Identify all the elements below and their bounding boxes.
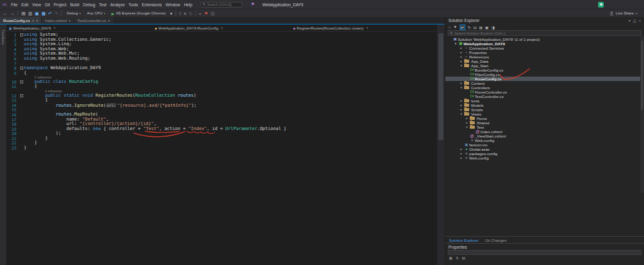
tree-item-scripts[interactable]: ▸Scripts	[445, 107, 644, 112]
code-line-10[interactable]: 10− public class RouteConfig	[6, 80, 437, 85]
line-number[interactable]: 20	[6, 131, 19, 136]
scrollbar-thumb[interactable]	[438, 33, 443, 140]
home-icon[interactable]: ⌂	[448, 25, 451, 29]
tree-item-homecontroller-cs[interactable]: C#HomeController.cs	[445, 90, 644, 94]
chevron-right-icon[interactable]: ▸	[459, 50, 464, 55]
code-line-19[interactable]: 19 defaults: new { controller = "Test", …	[6, 127, 437, 132]
tree-item-shared[interactable]: ▸Shared	[445, 121, 644, 125]
fold-margin[interactable]	[19, 51, 24, 57]
chevron-down-icon[interactable]: ▾	[465, 125, 469, 129]
editor-vertical-scrollbar[interactable]	[437, 24, 445, 265]
stop-icon[interactable]: ■	[184, 9, 186, 18]
collapse-region-icon[interactable]: −	[20, 33, 23, 36]
tree-item-packages-config[interactable]: ▸≡packages.config	[445, 151, 644, 156]
menu-window[interactable]: Window	[164, 3, 182, 7]
code-line-3[interactable]: 3using System.Linq;	[6, 42, 437, 47]
scrollbar-thumb[interactable]	[641, 41, 643, 110]
tree-item-routeconfig-cs[interactable]: C#RouteConfig.cs	[445, 77, 644, 81]
collapse-region-icon[interactable]: −	[20, 94, 23, 97]
keep-open-icon[interactable]: ⇗	[31, 19, 34, 23]
menu-build[interactable]: Build	[69, 3, 81, 7]
run-options-chevron-icon[interactable]: ▾	[170, 9, 172, 18]
tree-item-app-start[interactable]: ▾App_Start	[445, 63, 644, 68]
feedback-flag-icon[interactable]: ⚑	[204, 9, 208, 18]
toolbox-side-tab[interactable]: Toolbox	[0, 24, 6, 265]
fold-margin[interactable]	[19, 98, 24, 103]
property-pages-icon[interactable]: ▤	[462, 256, 465, 260]
fold-margin[interactable]	[19, 47, 24, 52]
tab-index-cshtml[interactable]: Index.cshtml×	[42, 17, 74, 24]
fold-margin[interactable]: −	[19, 94, 24, 99]
categorized-icon[interactable]: ▦	[449, 256, 452, 260]
code-line-13[interactable]: 13 {	[6, 98, 437, 103]
platform-dropdown[interactable]: Any CPU▾	[85, 11, 107, 15]
fold-margin[interactable]: −	[19, 66, 24, 71]
chevron-down-icon[interactable]: ▾	[459, 112, 464, 116]
save-all-icon[interactable]: ▦	[42, 9, 46, 18]
fold-margin[interactable]	[19, 62, 24, 67]
undo-icon[interactable]: ↶	[48, 9, 52, 18]
refresh-icon[interactable]: ↻	[468, 25, 471, 30]
fold-margin[interactable]	[19, 84, 24, 89]
fold-margin[interactable]	[19, 112, 24, 117]
menu-edit[interactable]: Edit	[19, 3, 30, 7]
tree-item-controllers[interactable]: ▾Controllers	[445, 85, 644, 90]
tree-item-testcontroller-cs[interactable]: C#TestController.cs	[445, 94, 644, 99]
filter-icon[interactable]: ▼	[453, 25, 457, 29]
solution-explorer-search-input[interactable]	[455, 31, 640, 35]
fold-margin[interactable]	[19, 57, 24, 62]
tree-item-references[interactable]: ▸▪References	[445, 55, 644, 59]
breadcrumb-class-dropdown[interactable]: ◆ WebApplication_DAY9.RouteConfig ▼	[155, 24, 223, 31]
chevron-down-icon[interactable]: ▾	[459, 63, 464, 68]
save-icon[interactable]: ▣	[35, 9, 39, 18]
code-line-22[interactable]: 22 }	[6, 141, 437, 146]
chevron-right-icon[interactable]: ▸	[459, 156, 464, 160]
tree-item-web-config[interactable]: ▸≡Web.config	[445, 156, 644, 160]
collapse-region-icon[interactable]: −	[20, 80, 23, 84]
fold-margin[interactable]	[19, 71, 24, 76]
code-line-11[interactable]: 11 {	[6, 84, 437, 89]
tree-item-connected-services[interactable]: ▸▪Connected Services	[445, 46, 644, 50]
tree-item-views[interactable]: ▾Views	[445, 112, 644, 116]
code-line-20[interactable]: 20 );	[6, 131, 437, 136]
preview-icon[interactable]: ◨	[491, 25, 495, 30]
configuration-dropdown[interactable]: Debug▾	[65, 11, 82, 15]
tab-routeconfig-cs[interactable]: RouteConfig.cs⇗×	[0, 17, 41, 24]
show-all-files-icon[interactable]: ▤	[479, 25, 483, 30]
close-icon[interactable]: ×	[36, 19, 38, 23]
solution-explorer-search-box[interactable]	[448, 30, 641, 36]
menu-test[interactable]: Test	[97, 3, 108, 7]
menu-view[interactable]: View	[30, 3, 43, 7]
tree-item-viewstart-cshtml[interactable]: @_ViewStart.cshtml	[445, 134, 644, 138]
code-line-23[interactable]: 23}	[6, 146, 437, 151]
line-number[interactable]: 3	[6, 42, 19, 47]
tree-item-webapplication-day9[interactable]: ▾▣WebApplication_DAY9	[445, 41, 644, 46]
collapse-region-icon[interactable]: −	[20, 67, 23, 70]
collapse-all-icon[interactable]: ⊟	[474, 25, 477, 30]
properties-object-combobox[interactable]	[448, 250, 641, 255]
chevron-right-icon[interactable]: ▸	[459, 103, 464, 107]
line-number[interactable]: 22	[6, 141, 19, 146]
alphabetical-icon[interactable]: ⇅	[455, 256, 458, 260]
code-line-21[interactable]: 21 }	[6, 136, 437, 141]
line-number[interactable]: 11	[6, 84, 19, 89]
line-number[interactable]: 17	[6, 117, 19, 122]
pause-icon[interactable]: ‖	[179, 9, 181, 18]
start-debug-button[interactable]: ▶IIS Express (Google Chrome)	[109, 11, 167, 16]
menu-analyze[interactable]: Analyze	[108, 3, 126, 7]
fold-margin[interactable]	[19, 117, 24, 122]
menu-project[interactable]: Project	[52, 3, 68, 7]
close-icon[interactable]: ×	[69, 19, 70, 23]
line-number[interactable]: 8	[6, 66, 19, 71]
sync-active-document-icon[interactable]: ⇄	[460, 24, 465, 30]
fold-margin[interactable]	[19, 107, 24, 112]
tree-item-home[interactable]: ▸Home	[445, 116, 644, 121]
tree-item-index-cshtml[interactable]: @Index.cshtml	[445, 129, 644, 134]
line-number[interactable]: 14	[6, 103, 19, 108]
chevron-down-icon[interactable]: ▾	[459, 85, 464, 90]
menu-file[interactable]: File	[9, 3, 19, 7]
chevron-right-icon[interactable]: ▸	[459, 107, 464, 112]
close-icon[interactable]: ×	[108, 19, 110, 23]
find-in-files-icon[interactable]: ▸	[199, 9, 202, 18]
tree-item-favicon-ico[interactable]: ▦favicon.ico	[445, 143, 644, 147]
